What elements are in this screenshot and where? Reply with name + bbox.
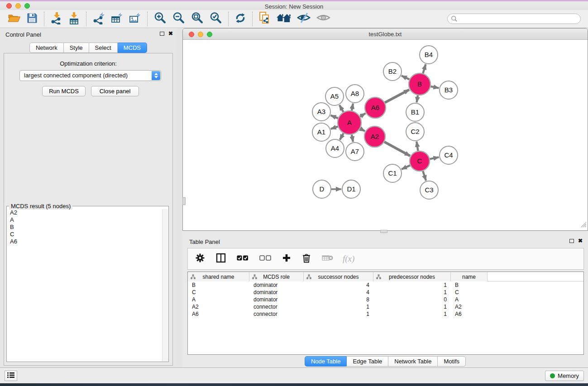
control-tab-style[interactable]: Style [64,43,89,53]
result-scrollbar[interactable] [162,209,168,361]
show-column-panel-button[interactable] [213,252,229,266]
function-builder-button[interactable]: f(x) [343,254,354,264]
graph-edge-A2-C[interactable] [384,142,410,156]
save-session-button[interactable] [24,11,41,27]
graph-node-A5[interactable]: A5 [325,87,344,105]
graph-node-A1[interactable]: A1 [312,123,330,141]
open-session-button[interactable] [5,11,24,27]
delete-table-button[interactable] [319,253,336,265]
table-row[interactable]: A2connector11A2 [188,303,583,310]
close-window-button[interactable] [6,3,12,9]
select-all-columns-button[interactable] [234,254,251,264]
graph-edge-C-C1[interactable] [402,165,410,169]
minimize-window-button[interactable] [15,3,21,9]
graph-node-A4[interactable]: A4 [326,139,344,157]
mcds-result-item[interactable]: A6 [7,238,162,245]
hide-graphics-details-button[interactable] [294,11,314,26]
graph-edge-A-A1[interactable] [331,127,338,129]
zoom-selected-button[interactable] [206,11,225,27]
column-header-predecessor-nodes[interactable]: predecessor nodes [373,272,451,281]
graph-edge-B-B4[interactable] [423,64,425,73]
table-row[interactable]: Bdominator41B [188,281,583,289]
graph-edge-A-A3[interactable] [331,115,338,118]
node-table[interactable]: shared nameMCDS rolesuccessor nodesprede… [187,272,584,355]
control-tab-network[interactable]: Network [29,43,64,53]
table-row[interactable]: Cdominator41C [188,289,583,296]
graph-node-B[interactable]: B [409,73,430,95]
close-panel-button[interactable]: Close panel [91,86,139,96]
graph-edge-A-A2[interactable] [360,129,365,131]
table-tab-edge-table[interactable]: Edge Table [347,356,388,367]
search-input[interactable] [447,14,581,24]
zoom-in-button[interactable] [151,11,169,27]
graph-edge-B-B2[interactable] [402,76,409,79]
graph-node-B4[interactable]: B4 [420,46,438,64]
graph-node-C[interactable]: C [410,151,430,171]
mcds-result-item[interactable]: B [7,224,162,231]
graph-edge-A-A7[interactable] [352,135,353,142]
graph-node-A7[interactable]: A7 [346,143,364,161]
panel-splitter[interactable] [177,28,182,367]
mcds-result-item[interactable]: A [7,216,162,224]
column-header-shared-name[interactable]: shared name [188,272,249,281]
table-tab-network-table[interactable]: Network Table [388,356,438,367]
graph-edge-C-C4[interactable] [430,157,439,159]
zoom-fit-button[interactable] [188,11,206,27]
zoom-out-button[interactable] [169,11,188,27]
criterion-select[interactable]: largest connected component (directed) [19,70,161,81]
graph-node-A3[interactable]: A3 [312,103,330,121]
float-panel-icon[interactable] [160,32,164,36]
network-canvas[interactable]: AA1A2A3A4A5A6A7A8BB1B2B3B4CC1C2C3C4DD1 [183,40,588,230]
column-header-MCDS-role[interactable]: MCDS role [249,272,304,281]
graph-node-B2[interactable]: B2 [383,62,402,81]
control-tab-select[interactable]: Select [89,43,118,53]
graph-node-C1[interactable]: C1 [383,164,402,182]
unselect-all-columns-button[interactable] [257,254,274,264]
network-zoom-button[interactable] [207,32,212,37]
import-table-button[interactable] [65,11,83,27]
table-tab-motifs[interactable]: Motifs [438,356,466,367]
graph-edge-A-A6[interactable] [360,114,365,117]
refresh-button[interactable] [232,11,249,27]
table-row[interactable]: Adominator80A [188,296,583,303]
export-network-button[interactable] [90,11,108,27]
control-tab-mcds[interactable]: MCDS [118,43,147,53]
run-mcds-button[interactable]: Run MCDS [42,86,86,96]
table-tab-node-table[interactable]: Node Table [305,356,347,367]
graph-node-B3[interactable]: B3 [440,81,458,99]
panels-menu-button[interactable] [5,371,17,381]
column-header-name[interactable]: name [451,272,488,281]
graph-edge-C-C3[interactable] [423,171,426,181]
graph-edge-A-A8[interactable] [352,104,353,111]
canvas-collapse-handle[interactable] [182,197,186,205]
graph-edge-A-A5[interactable] [339,105,344,112]
network-overview-button[interactable] [273,11,294,26]
network-close-button[interactable] [189,32,194,37]
float-panel-icon[interactable] [569,239,574,243]
import-network-button[interactable] [48,11,65,27]
graph-edge-A-A4[interactable] [340,133,344,140]
memory-button[interactable]: Memory [545,371,584,381]
create-column-button[interactable] [279,253,294,265]
graph-node-C2[interactable]: C2 [406,123,424,141]
zoom-window-button[interactable] [24,3,30,9]
graph-edge-A6-B[interactable] [385,90,409,103]
column-header-successor-nodes[interactable]: successor nodes [304,272,373,281]
graph-node-C4[interactable]: C4 [440,146,458,164]
graph-node-A6[interactable]: A6 [365,97,386,118]
duplicate-network-button[interactable] [256,10,273,27]
mcds-result-item[interactable]: C [7,231,162,238]
graph-node-D[interactable]: D [313,180,331,198]
main-titlebar[interactable]: Session: New Session [0,1,588,10]
close-panel-icon[interactable]: ✖ [578,238,583,243]
graph-node-C3[interactable]: C3 [420,181,438,199]
table-settings-button[interactable] [192,252,208,266]
show-graphics-details-button[interactable] [314,11,333,26]
export-image-button[interactable] [126,11,144,27]
network-minimize-button[interactable] [198,32,203,37]
graph-edge-B-B3[interactable] [431,86,439,88]
table-row[interactable]: A6connector11A6 [188,310,583,318]
graph-node-A[interactable]: A [338,111,361,134]
graph-node-A2[interactable]: A2 [364,126,385,147]
network-window-titlebar[interactable]: testGlobe.txt [183,29,588,40]
